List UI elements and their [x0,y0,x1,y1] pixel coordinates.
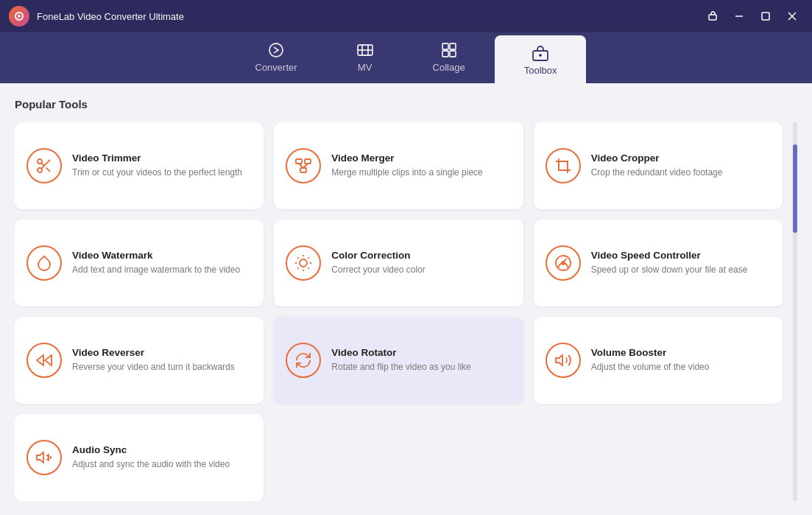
audio-sync-desc: Adjust and sync the audio with the video [72,458,252,471]
svg-marker-40 [37,355,43,365]
tab-mv[interactable]: MV [327,32,403,83]
svg-line-38 [308,257,309,258]
video-rotator-info: Video RotatorRotate and flip the video a… [331,347,511,374]
video-trimmer-info: Video TrimmerTrim or cut your videos to … [72,153,252,179]
video-speed-controller-icon [546,245,581,281]
video-watermark-name: Video Watermark [72,250,252,261]
svg-marker-42 [556,355,562,365]
tools-grid-wrapper: Video TrimmerTrim or cut your videos to … [15,122,797,501]
app-logo [9,6,29,27]
video-cropper-info: Video CropperCrop the redundant video fo… [591,153,771,179]
tool-card-video-watermark[interactable]: Video WatermarkAdd text and image waterm… [15,220,264,306]
svg-point-20 [38,168,42,172]
video-watermark-icon [27,245,62,281]
tool-card-video-reverser[interactable]: Video ReverserReverse your video and tur… [15,317,264,404]
titlebar: FoneLab Video Converter Ultimate [0,0,812,32]
video-rotator-icon [286,343,321,378]
nav-tabs: Converter MV Collage Toolbox [0,32,812,83]
volume-booster-desc: Adjust the volume of the video [591,361,771,374]
svg-line-22 [46,167,50,172]
titlebar-controls [702,7,803,25]
tool-card-video-speed-controller[interactable]: Video Speed ControllerSpeed up or slow d… [534,220,783,306]
video-speed-controller-desc: Speed up or slow down your file at ease [591,264,771,276]
volume-booster-name: Volume Booster [591,347,771,358]
svg-rect-25 [305,159,311,164]
video-cropper-name: Video Cropper [591,153,771,164]
video-trimmer-name: Video Trimmer [72,153,252,164]
svg-rect-12 [442,43,448,49]
video-merger-icon [286,148,321,183]
color-correction-info: Color CorrectionCorrect your video color [331,250,511,276]
main-content: Popular Tools Video TrimmerTrim or cut y… [0,83,812,515]
volume-booster-icon [546,343,581,378]
scrollbar-thumb[interactable] [793,144,797,233]
svg-marker-1 [18,15,22,18]
caption-btn[interactable] [702,7,724,25]
video-rotator-name: Video Rotator [331,347,511,358]
scrollbar-track[interactable] [793,122,797,501]
tool-card-audio-sync[interactable]: Audio SyncAdjust and sync the audio with… [15,414,264,501]
svg-rect-26 [300,168,306,172]
svg-point-19 [38,159,42,164]
video-rotator-desc: Rotate and flip the video as you like [331,361,511,374]
close-btn[interactable] [781,7,803,25]
minimize-btn[interactable] [728,7,750,25]
svg-rect-4 [762,13,769,20]
video-merger-name: Video Merger [331,153,511,164]
video-watermark-desc: Add text and image watermark to the vide… [72,264,252,276]
svg-rect-29 [559,161,568,170]
video-merger-desc: Merge multiple clips into a single piece [331,167,511,179]
audio-sync-icon [27,440,62,475]
svg-point-7 [269,43,283,57]
video-reverser-desc: Reverse your video and turn it backwards [72,361,252,374]
svg-rect-24 [296,159,302,164]
video-cropper-icon [546,148,581,183]
audio-sync-info: Audio SyncAdjust and sync the audio with… [72,444,252,471]
svg-rect-14 [442,51,448,57]
svg-rect-15 [450,51,456,57]
video-reverser-name: Video Reverser [72,347,252,358]
titlebar-left: FoneLab Video Converter Ultimate [9,6,184,27]
color-correction-name: Color Correction [331,250,511,261]
color-correction-desc: Correct your video color [331,264,511,276]
tool-card-color-correction[interactable]: Color CorrectionCorrect your video color [274,220,523,306]
tool-card-video-merger[interactable]: Video MergerMerge multiple clips into a … [274,122,523,209]
audio-sync-name: Audio Sync [72,444,252,455]
video-trimmer-icon [27,148,62,183]
app-title: FoneLab Video Converter Ultimate [37,11,184,22]
svg-marker-43 [37,452,43,463]
volume-booster-info: Volume BoosterAdjust the volume of the v… [591,347,771,374]
video-reverser-icon [27,343,62,378]
tool-card-video-rotator[interactable]: Video RotatorRotate and flip the video a… [274,317,523,404]
svg-line-37 [298,267,299,268]
svg-line-23 [41,163,44,166]
maximize-btn[interactable] [755,7,777,25]
svg-rect-2 [709,15,716,20]
svg-point-30 [300,259,307,267]
svg-marker-41 [45,355,52,365]
svg-line-33 [298,257,299,258]
video-speed-controller-info: Video Speed ControllerSpeed up or slow d… [591,250,771,276]
video-reverser-info: Video ReverserReverse your video and tur… [72,347,252,374]
video-watermark-info: Video WatermarkAdd text and image waterm… [72,250,252,276]
video-speed-controller-name: Video Speed Controller [591,250,771,261]
video-trimmer-desc: Trim or cut your videos to the perfect l… [72,167,252,179]
svg-rect-13 [450,43,456,49]
video-merger-info: Video MergerMerge multiple clips into a … [331,153,511,179]
tools-grid: Video TrimmerTrim or cut your videos to … [15,122,788,501]
tab-toolbox[interactable]: Toolbox [495,35,587,83]
tool-card-volume-booster[interactable]: Volume BoosterAdjust the volume of the v… [534,317,783,404]
color-correction-icon [286,245,321,281]
svg-line-34 [308,267,309,268]
tool-card-video-trimmer[interactable]: Video TrimmerTrim or cut your videos to … [15,122,264,209]
section-title: Popular Tools [15,98,797,111]
tab-collage[interactable]: Collage [403,32,495,83]
tool-card-video-cropper[interactable]: Video CropperCrop the redundant video fo… [534,122,783,209]
video-cropper-desc: Crop the redundant video footage [591,167,771,179]
tab-converter[interactable]: Converter [226,32,327,83]
